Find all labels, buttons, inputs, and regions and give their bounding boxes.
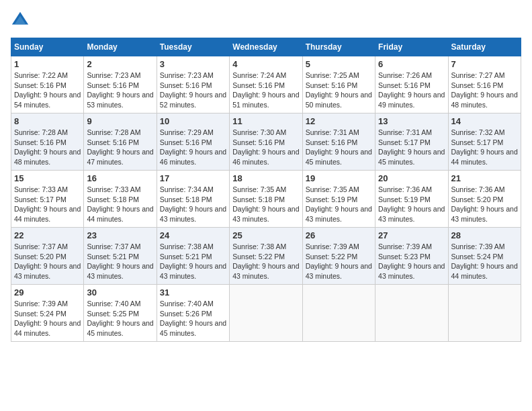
day-number: 8 — [14, 116, 81, 126]
calendar-cell: 26 Sunrise: 7:39 AM Sunset: 5:22 PM Dayl… — [302, 228, 375, 285]
day-number: 14 — [451, 116, 518, 126]
calendar-cell: 18 Sunrise: 7:35 AM Sunset: 5:18 PM Dayl… — [230, 171, 302, 228]
day-number: 18 — [232, 173, 299, 183]
calendar-cell: 6 Sunrise: 7:26 AM Sunset: 5:16 PM Dayli… — [375, 56, 448, 113]
day-detail: Sunrise: 7:23 AM Sunset: 5:16 PM Dayligh… — [87, 71, 153, 110]
calendar-cell: 22 Sunrise: 7:37 AM Sunset: 5:20 PM Dayl… — [11, 228, 84, 285]
day-detail: Sunrise: 7:40 AM Sunset: 5:25 PM Dayligh… — [87, 299, 153, 338]
calendar-cell: 28 Sunrise: 7:39 AM Sunset: 5:24 PM Dayl… — [448, 228, 521, 285]
calendar-cell: 20 Sunrise: 7:36 AM Sunset: 5:19 PM Dayl… — [375, 171, 448, 228]
day-number: 17 — [160, 173, 226, 183]
day-detail: Sunrise: 7:31 AM Sunset: 5:16 PM Dayligh… — [306, 128, 372, 167]
weekday-header: Saturday — [448, 38, 521, 56]
calendar-cell: 1 Sunrise: 7:22 AM Sunset: 5:16 PM Dayli… — [11, 56, 84, 113]
calendar-cell — [302, 285, 375, 342]
day-number: 28 — [451, 230, 518, 240]
day-detail: Sunrise: 7:39 AM Sunset: 5:22 PM Dayligh… — [306, 242, 372, 281]
day-detail: Sunrise: 7:24 AM Sunset: 5:16 PM Dayligh… — [232, 71, 299, 110]
day-detail: Sunrise: 7:39 AM Sunset: 5:24 PM Dayligh… — [451, 242, 518, 281]
day-detail: Sunrise: 7:39 AM Sunset: 5:23 PM Dayligh… — [378, 242, 445, 281]
weekday-header: Sunday — [11, 38, 84, 56]
calendar-cell: 12 Sunrise: 7:31 AM Sunset: 5:16 PM Dayl… — [302, 113, 375, 171]
day-detail: Sunrise: 7:35 AM Sunset: 5:18 PM Dayligh… — [232, 185, 299, 224]
day-number: 22 — [14, 230, 81, 240]
calendar-cell: 3 Sunrise: 7:23 AM Sunset: 5:16 PM Dayli… — [157, 56, 229, 113]
calendar-header-row: SundayMondayTuesdayWednesdayThursdayFrid… — [11, 38, 521, 56]
day-number: 16 — [87, 173, 153, 183]
day-detail: Sunrise: 7:34 AM Sunset: 5:18 PM Dayligh… — [160, 185, 226, 224]
day-detail: Sunrise: 7:38 AM Sunset: 5:21 PM Dayligh… — [160, 242, 226, 281]
day-detail: Sunrise: 7:37 AM Sunset: 5:20 PM Dayligh… — [14, 242, 81, 281]
calendar-cell: 17 Sunrise: 7:34 AM Sunset: 5:18 PM Dayl… — [157, 171, 229, 228]
calendar-cell: 19 Sunrise: 7:35 AM Sunset: 5:19 PM Dayl… — [302, 171, 375, 228]
calendar-cell: 15 Sunrise: 7:33 AM Sunset: 5:17 PM Dayl… — [11, 171, 84, 228]
calendar-week-row: 22 Sunrise: 7:37 AM Sunset: 5:20 PM Dayl… — [11, 228, 521, 285]
day-number: 12 — [306, 116, 372, 126]
day-detail: Sunrise: 7:32 AM Sunset: 5:17 PM Dayligh… — [451, 128, 518, 167]
day-number: 30 — [87, 287, 153, 298]
logo-icon — [11, 11, 30, 30]
logo — [11, 11, 32, 30]
weekday-header: Monday — [84, 38, 157, 56]
day-detail: Sunrise: 7:22 AM Sunset: 5:16 PM Dayligh… — [14, 71, 81, 110]
calendar-cell: 8 Sunrise: 7:28 AM Sunset: 5:16 PM Dayli… — [11, 113, 84, 171]
day-detail: Sunrise: 7:39 AM Sunset: 5:24 PM Dayligh… — [14, 299, 81, 338]
weekday-header: Wednesday — [230, 38, 302, 56]
day-detail: Sunrise: 7:30 AM Sunset: 5:16 PM Dayligh… — [232, 128, 299, 167]
day-detail: Sunrise: 7:28 AM Sunset: 5:16 PM Dayligh… — [87, 128, 153, 167]
calendar-cell: 7 Sunrise: 7:27 AM Sunset: 5:16 PM Dayli… — [448, 56, 521, 113]
day-detail: Sunrise: 7:23 AM Sunset: 5:16 PM Dayligh… — [160, 71, 226, 110]
day-number: 24 — [160, 230, 226, 240]
calendar-cell: 13 Sunrise: 7:31 AM Sunset: 5:17 PM Dayl… — [375, 113, 448, 171]
day-detail: Sunrise: 7:38 AM Sunset: 5:22 PM Dayligh… — [232, 242, 299, 281]
calendar-week-row: 15 Sunrise: 7:33 AM Sunset: 5:17 PM Dayl… — [11, 171, 521, 228]
calendar-cell — [375, 285, 448, 342]
calendar-week-row: 29 Sunrise: 7:39 AM Sunset: 5:24 PM Dayl… — [11, 285, 521, 342]
day-detail: Sunrise: 7:35 AM Sunset: 5:19 PM Dayligh… — [306, 185, 372, 224]
calendar-table: SundayMondayTuesdayWednesdayThursdayFrid… — [11, 38, 521, 342]
day-number: 31 — [160, 287, 226, 298]
weekday-header: Tuesday — [157, 38, 229, 56]
calendar-cell: 21 Sunrise: 7:36 AM Sunset: 5:20 PM Dayl… — [448, 171, 521, 228]
calendar-cell: 5 Sunrise: 7:25 AM Sunset: 5:16 PM Dayli… — [302, 56, 375, 113]
day-detail: Sunrise: 7:33 AM Sunset: 5:17 PM Dayligh… — [14, 185, 81, 224]
day-number: 5 — [306, 59, 372, 69]
calendar-cell: 29 Sunrise: 7:39 AM Sunset: 5:24 PM Dayl… — [11, 285, 84, 342]
day-detail: Sunrise: 7:33 AM Sunset: 5:18 PM Dayligh… — [87, 185, 153, 224]
calendar-cell: 27 Sunrise: 7:39 AM Sunset: 5:23 PM Dayl… — [375, 228, 448, 285]
calendar-cell: 14 Sunrise: 7:32 AM Sunset: 5:17 PM Dayl… — [448, 113, 521, 171]
day-number: 19 — [306, 173, 372, 183]
calendar-cell: 30 Sunrise: 7:40 AM Sunset: 5:25 PM Dayl… — [84, 285, 157, 342]
calendar-cell: 4 Sunrise: 7:24 AM Sunset: 5:16 PM Dayli… — [230, 56, 302, 113]
day-number: 2 — [87, 59, 153, 69]
day-number: 9 — [87, 116, 153, 126]
day-number: 25 — [232, 230, 299, 240]
calendar-cell: 9 Sunrise: 7:28 AM Sunset: 5:16 PM Dayli… — [84, 113, 157, 171]
day-number: 29 — [14, 287, 81, 298]
day-number: 1 — [14, 59, 81, 69]
calendar-week-row: 1 Sunrise: 7:22 AM Sunset: 5:16 PM Dayli… — [11, 56, 521, 113]
day-number: 7 — [451, 59, 518, 69]
day-detail: Sunrise: 7:29 AM Sunset: 5:16 PM Dayligh… — [160, 128, 226, 167]
calendar-cell: 11 Sunrise: 7:30 AM Sunset: 5:16 PM Dayl… — [230, 113, 302, 171]
calendar-cell: 23 Sunrise: 7:37 AM Sunset: 5:21 PM Dayl… — [84, 228, 157, 285]
calendar-cell: 10 Sunrise: 7:29 AM Sunset: 5:16 PM Dayl… — [157, 113, 229, 171]
day-number: 23 — [87, 230, 153, 240]
calendar-cell: 24 Sunrise: 7:38 AM Sunset: 5:21 PM Dayl… — [157, 228, 229, 285]
day-number: 11 — [232, 116, 299, 126]
day-detail: Sunrise: 7:36 AM Sunset: 5:19 PM Dayligh… — [378, 185, 445, 224]
day-detail: Sunrise: 7:37 AM Sunset: 5:21 PM Dayligh… — [87, 242, 153, 281]
day-number: 13 — [378, 116, 445, 126]
calendar-cell: 25 Sunrise: 7:38 AM Sunset: 5:22 PM Dayl… — [230, 228, 302, 285]
day-detail: Sunrise: 7:26 AM Sunset: 5:16 PM Dayligh… — [378, 71, 445, 110]
day-number: 26 — [306, 230, 372, 240]
day-number: 3 — [160, 59, 226, 69]
day-detail: Sunrise: 7:25 AM Sunset: 5:16 PM Dayligh… — [306, 71, 372, 110]
day-number: 10 — [160, 116, 226, 126]
day-detail: Sunrise: 7:36 AM Sunset: 5:20 PM Dayligh… — [451, 185, 518, 224]
day-number: 20 — [378, 173, 445, 183]
day-number: 6 — [378, 59, 445, 69]
day-detail: Sunrise: 7:40 AM Sunset: 5:26 PM Dayligh… — [160, 299, 226, 338]
calendar-week-row: 8 Sunrise: 7:28 AM Sunset: 5:16 PM Dayli… — [11, 113, 521, 171]
calendar-cell: 16 Sunrise: 7:33 AM Sunset: 5:18 PM Dayl… — [84, 171, 157, 228]
